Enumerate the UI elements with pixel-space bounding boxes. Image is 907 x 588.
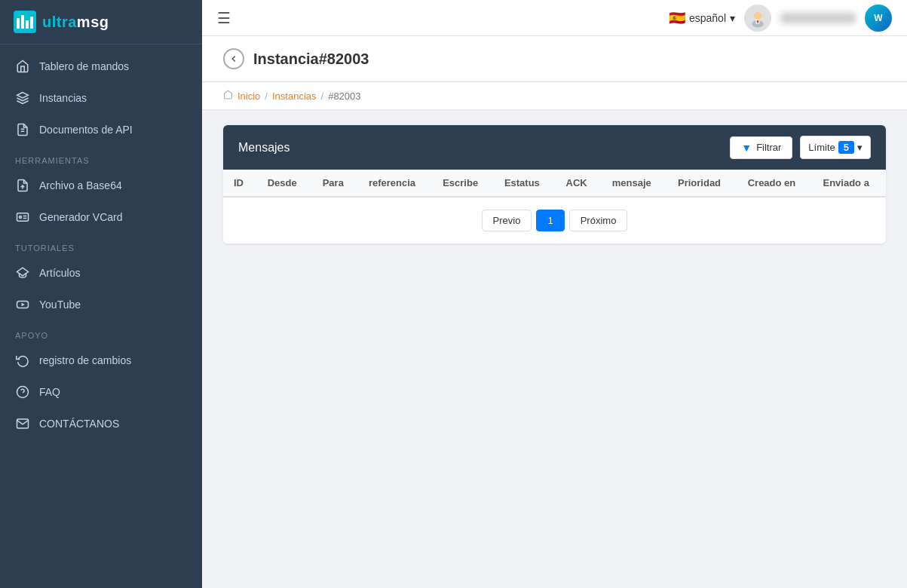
back-button[interactable] <box>223 48 244 69</box>
col-para: Para <box>312 170 358 197</box>
limit-chevron-icon: ▾ <box>857 142 863 153</box>
support-section-label: APOYO <box>0 320 202 345</box>
svg-marker-13 <box>22 303 26 307</box>
hamburger-icon[interactable]: ☰ <box>217 9 231 27</box>
filter-label: Filtrar <box>756 142 781 153</box>
history-icon <box>15 353 30 368</box>
col-referencia: referencia <box>358 170 432 197</box>
file-upload-icon <box>15 178 30 193</box>
page-title: Instancia#82003 <box>253 51 369 68</box>
tools-section-label: HERRAMIENTAS <box>0 145 202 170</box>
sidebar-item-api-docs[interactable]: Documentos de API <box>0 114 202 145</box>
username-blur <box>780 13 856 23</box>
main-area: ☰ 🇪🇸 español ▾ W <box>202 0 907 588</box>
sidebar-label-youtube: YouTube <box>39 299 81 311</box>
breadcrumb-home[interactable]: Inicio <box>237 90 260 102</box>
messages-header: Mensajes ▼ Filtrar Límite 5 ▾ <box>223 125 886 170</box>
contact-card-icon <box>15 210 30 225</box>
filter-button[interactable]: ▼ Filtrar <box>730 136 792 159</box>
sidebar-item-base64[interactable]: Archivo a Base64 <box>0 170 202 201</box>
sidebar-label-changelog: registro de cambios <box>39 354 131 366</box>
envelope-icon <box>15 416 30 431</box>
table-wrapper: ID Desde Para referencia Escribe Estatus… <box>223 170 886 198</box>
sidebar-label-base64: Archivo a Base64 <box>39 179 122 191</box>
col-ack: ACK <box>556 170 602 197</box>
content: Instancia#82003 Inicio / Instancias / #8… <box>202 36 907 588</box>
sidebar-label-faq: FAQ <box>39 386 60 398</box>
sidebar-item-dashboard[interactable]: Tablero de mandos <box>0 51 202 82</box>
sidebar-label-vcard: Generador VCard <box>39 211 123 223</box>
sidebar-item-changelog[interactable]: registro de cambios <box>0 345 202 376</box>
logo-ultra: ultra <box>42 14 77 30</box>
col-desde: Desde <box>257 170 312 197</box>
logo: ultramsg <box>0 0 202 44</box>
pagination: Previo 1 Próximo <box>223 198 886 243</box>
sidebar-nav: Tablero de mandos Instancias Documentos … <box>0 44 202 588</box>
limit-button[interactable]: Límite 5 ▾ <box>800 136 871 159</box>
language-label: español <box>689 12 726 24</box>
page-header: Instancia#82003 <box>202 36 907 82</box>
lang-arrow-icon: ▾ <box>730 12 735 24</box>
svg-rect-2 <box>21 15 24 29</box>
topbar-right: 🇪🇸 español ▾ W <box>669 5 892 32</box>
sidebar: ultramsg Tablero de mandos Instancias Do… <box>0 0 202 588</box>
youtube-icon <box>15 297 30 312</box>
sidebar-label-dashboard: Tablero de mandos <box>39 60 129 72</box>
col-creado: Creado en <box>737 170 813 197</box>
limit-label: Límite <box>808 142 835 153</box>
prev-page-button[interactable]: Previo <box>482 210 532 231</box>
layers-icon <box>15 90 30 106</box>
sidebar-label-contact: CONTÁCTANOS <box>39 418 119 430</box>
breadcrumb-current: #82003 <box>328 90 360 102</box>
breadcrumb: Inicio / Instancias / #82003 <box>202 82 907 110</box>
svg-marker-5 <box>17 93 29 99</box>
sidebar-label-api-docs: Documentos de API <box>39 124 133 136</box>
sidebar-label-articles: Artículos <box>39 267 80 279</box>
sidebar-item-instances[interactable]: Instancias <box>0 82 202 114</box>
tutorials-section-label: TUTORIALES <box>0 233 202 257</box>
waapi-icon: W <box>865 5 892 32</box>
question-icon <box>15 384 30 400</box>
table-header: ID Desde Para referencia Escribe Estatus… <box>223 170 886 197</box>
col-prioridad: Prioridad <box>667 170 737 197</box>
sidebar-item-youtube[interactable]: YouTube <box>0 289 202 320</box>
filter-icon: ▼ <box>741 142 752 154</box>
sidebar-item-vcard[interactable]: Generador VCard <box>0 201 202 233</box>
svg-rect-1 <box>17 18 20 29</box>
sidebar-item-articles[interactable]: Artículos <box>0 257 202 289</box>
flag-icon: 🇪🇸 <box>669 10 685 26</box>
topbar-left: ☰ <box>217 9 231 27</box>
topbar: ☰ 🇪🇸 español ▾ W <box>202 0 907 36</box>
sidebar-item-contact[interactable]: CONTÁCTANOS <box>0 408 202 439</box>
breadcrumb-instances[interactable]: Instancias <box>272 90 317 102</box>
content-body: Mensajes ▼ Filtrar Límite 5 ▾ <box>202 110 907 259</box>
col-mensaje: mensaje <box>602 170 667 197</box>
logo-msg: msg <box>77 14 109 30</box>
col-escribe: Escribe <box>432 170 494 197</box>
avatar[interactable] <box>744 5 771 32</box>
col-enviado: Enviado a <box>812 170 886 197</box>
file-code-icon <box>15 122 30 137</box>
page-1-button[interactable]: 1 <box>536 210 564 231</box>
svg-rect-3 <box>26 20 29 29</box>
col-estatus: Estatus <box>494 170 556 197</box>
limit-badge: 5 <box>838 141 854 154</box>
breadcrumb-sep1: / <box>265 90 268 102</box>
svg-point-19 <box>754 12 761 19</box>
col-id: ID <box>223 170 257 197</box>
graduation-icon <box>15 265 30 280</box>
sidebar-item-faq[interactable]: FAQ <box>0 376 202 408</box>
svg-rect-4 <box>30 17 33 29</box>
home-icon <box>15 59 30 74</box>
home-icon-small <box>223 90 233 102</box>
messages-card: Mensajes ▼ Filtrar Límite 5 ▾ <box>223 125 886 243</box>
messages-actions: ▼ Filtrar Límite 5 ▾ <box>730 136 871 159</box>
messages-title: Mensajes <box>238 141 290 155</box>
next-page-button[interactable]: Próximo <box>569 210 628 231</box>
language-selector[interactable]: 🇪🇸 español ▾ <box>669 10 735 26</box>
messages-table: ID Desde Para referencia Escribe Estatus… <box>223 170 886 198</box>
sidebar-label-instances: Instancias <box>39 92 87 104</box>
breadcrumb-sep2: / <box>321 90 324 102</box>
